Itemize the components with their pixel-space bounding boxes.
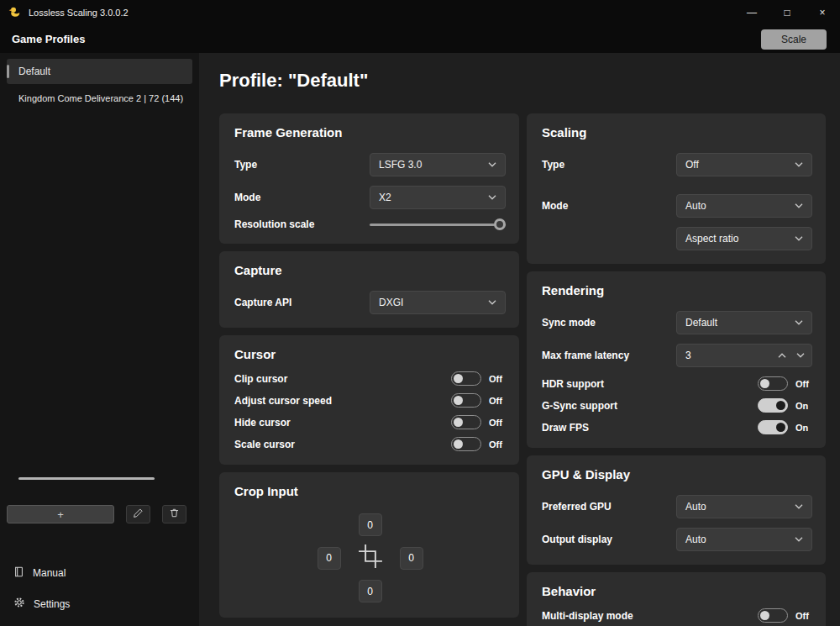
gsync-support-toggle[interactable] (758, 398, 788, 413)
profile-title: Profile: "Default" (219, 70, 827, 92)
resolution-scale-slider[interactable] (370, 218, 506, 230)
card-title: Behavior (542, 584, 812, 598)
clip-cursor-label: Clip cursor (234, 373, 287, 385)
draw-fps-toggle[interactable] (758, 420, 788, 434)
slider-knob[interactable] (494, 218, 506, 230)
toggle-state-label: Off (489, 418, 506, 428)
trash-icon (169, 508, 180, 521)
profile-actions: + (0, 505, 199, 523)
edit-profile-button[interactable] (126, 505, 150, 523)
scaling-mode-dropdown[interactable]: Auto (676, 194, 812, 218)
toggle-knob (454, 396, 463, 405)
scaling-type-dropdown[interactable]: Off (676, 153, 812, 176)
adjust-cursor-speed-row: Adjust cursor speed Off (234, 393, 506, 408)
toggle-knob (776, 423, 785, 432)
chevron-down-icon (488, 300, 496, 305)
sync-mode-row: Sync mode Default (542, 311, 812, 334)
preferred-gpu-row: Preferred GPU Auto (542, 495, 812, 518)
chevron-down-icon (488, 195, 496, 200)
output-display-dropdown[interactable]: Auto (676, 528, 812, 551)
chevron-up-icon[interactable] (778, 353, 786, 358)
hdr-support-toggle[interactable] (758, 376, 788, 391)
output-display-label: Output display (542, 534, 612, 545)
toggle-state-label: Off (489, 439, 506, 450)
draw-fps-label: Draw FPS (542, 422, 589, 434)
scale-button[interactable]: Scale (761, 29, 827, 50)
chevron-down-icon (795, 236, 803, 241)
crop-bottom-input[interactable]: 0 (359, 580, 382, 602)
gsync-support-row: G-Sync support On (542, 398, 812, 413)
settings-label: Settings (34, 598, 70, 610)
crop-top-input[interactable]: 0 (359, 513, 382, 536)
chevron-down-icon (795, 203, 803, 208)
maximize-button[interactable]: □ (769, 0, 805, 25)
sync-mode-label: Sync mode (542, 317, 596, 329)
chevron-down-icon (795, 537, 803, 542)
card-title: GPU & Display (542, 467, 812, 481)
draw-fps-row: Draw FPS On (542, 420, 812, 434)
frame-gen-mode-row: Mode X2 (234, 186, 506, 209)
toggle-state-label: Off (795, 611, 812, 621)
pencil-icon (133, 508, 144, 521)
gpu-display-card: GPU & Display Preferred GPU Auto Output … (527, 455, 826, 565)
window-title: Lossless Scaling 3.0.0.2 (29, 8, 129, 18)
crop-left-input[interactable]: 0 (318, 547, 341, 570)
duck-app-icon (8, 6, 22, 19)
cursor-card: Cursor Clip cursor Off Adjust cursor spe… (219, 335, 519, 465)
profile-label: Default (18, 66, 50, 77)
capture-api-dropdown[interactable]: DXGI (370, 291, 506, 314)
chevron-down-icon[interactable] (796, 353, 805, 358)
gear-icon (13, 597, 25, 611)
chevron-down-icon (795, 162, 803, 167)
hide-cursor-toggle[interactable] (451, 415, 481, 429)
slider-track[interactable] (370, 224, 506, 226)
toggle-knob (760, 611, 769, 620)
max-frame-latency-row: Max frame latency 3 (542, 344, 812, 367)
toggle-state-label: Off (489, 374, 506, 384)
numberbox-value: 3 (685, 350, 768, 361)
max-frame-latency-label: Max frame latency (542, 350, 629, 361)
toggle-state-label: On (795, 423, 812, 433)
crop-right-input[interactable]: 0 (400, 547, 423, 570)
sync-mode-dropdown[interactable]: Default (676, 311, 812, 334)
profile-item-kingdom-come[interactable]: Kingdom Come Deliverance 2 | 72 (144) (7, 86, 192, 111)
minimize-button[interactable]: — (734, 0, 769, 25)
chevron-down-icon (795, 320, 803, 325)
close-button[interactable]: × (805, 0, 840, 25)
aspect-ratio-dropdown[interactable]: Aspect ratio (676, 227, 812, 250)
frame-gen-type-row: Type LSFG 3.0 (234, 153, 506, 176)
toggle-state-label: Off (795, 379, 812, 389)
multi-display-mode-label: Multi-display mode (542, 610, 633, 622)
scale-cursor-toggle[interactable] (451, 437, 481, 451)
chevron-down-icon (795, 504, 803, 509)
toggle-knob (760, 379, 769, 388)
manual-item[interactable]: Manual (0, 557, 199, 588)
dropdown-value: X2 (379, 192, 391, 203)
type-label: Type (234, 159, 257, 171)
toggle-knob (454, 439, 463, 449)
profile-item-default[interactable]: Default (7, 59, 192, 84)
delete-profile-button[interactable] (162, 505, 186, 523)
card-title: Crop Input (234, 484, 506, 498)
frame-gen-type-dropdown[interactable]: LSFG 3.0 (370, 153, 506, 176)
multi-display-mode-toggle[interactable] (758, 608, 788, 623)
mode-label: Mode (542, 200, 568, 212)
chevron-down-icon (488, 162, 496, 167)
selection-indicator (7, 65, 9, 78)
sidebar-divider (18, 477, 155, 480)
clip-cursor-toggle[interactable] (451, 371, 481, 386)
resolution-scale-label: Resolution scale (234, 218, 314, 230)
max-frame-latency-numberbox[interactable]: 3 (676, 344, 812, 367)
dropdown-value: Aspect ratio (685, 233, 738, 245)
settings-item[interactable]: Settings (0, 588, 199, 619)
preferred-gpu-label: Preferred GPU (542, 501, 612, 513)
preferred-gpu-dropdown[interactable]: Auto (676, 495, 812, 518)
dropdown-value: LSFG 3.0 (379, 159, 422, 171)
gsync-support-label: G-Sync support (542, 400, 617, 412)
frame-gen-mode-dropdown[interactable]: X2 (370, 186, 506, 209)
dropdown-value: Auto (685, 200, 706, 212)
adjust-cursor-speed-toggle[interactable] (451, 393, 481, 408)
add-profile-button[interactable]: + (7, 505, 114, 523)
titlebar: Lossless Scaling 3.0.0.2 — □ × (0, 0, 840, 25)
scale-cursor-row: Scale cursor Off (234, 437, 506, 451)
